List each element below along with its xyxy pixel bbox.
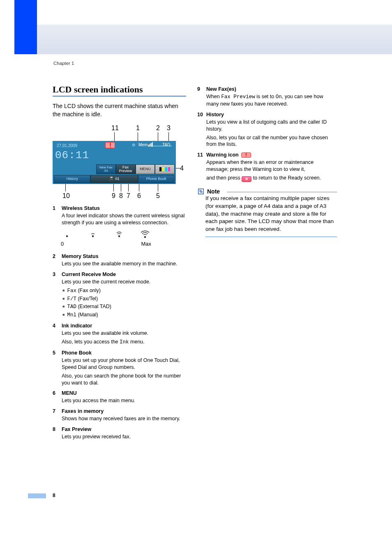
def-menu: 6 MENU Lets you access the main menu. [53,390,186,404]
def-body: Lets you preview received fax. [62,433,186,440]
svg-rect-1 [92,235,94,237]
def-body: Lets you set up your phone book of One T… [62,357,186,387]
def-title: Wireless Status [62,205,186,211]
def-wireless-status: 1 Wireless Status A four level indicator… [53,205,186,226]
wifi-strength-scale [61,230,151,239]
intro-text: The LCD shows the current machine status… [53,102,186,118]
footer-accent-bar [28,493,46,498]
list-item: TAD (External TAD) [62,303,186,311]
callout-11: 11 [111,124,119,132]
callout-9: 9 [112,192,115,200]
def-body: Appears when there is an error or mainte… [206,159,337,182]
lcd-fax-mem-button: 📠 01 [90,175,138,183]
tick [139,184,139,191]
svg-rect-2 [118,235,120,237]
def-title: Memory Status [62,253,186,259]
tick [121,184,121,191]
def-num: 6 [53,390,55,396]
callout-10: 10 [62,192,70,200]
def-body: Lets you see the available ink volume. A… [62,330,186,346]
menu-label: MENU [140,167,151,171]
note-box: Note If you receive a fax containing mul… [197,188,337,237]
wifi-scale-labels: 0 Max [61,241,151,247]
history-label: History [67,177,78,181]
wifi-level-2-icon [113,230,125,239]
page-number: 8 [53,493,55,498]
left-column: LCD screen indications The LCD shows the… [53,84,186,444]
lcd-date: 27.01.2009 [57,143,77,148]
wifi-icon: ⊜ [132,143,135,147]
note-bottom-rule [205,237,337,237]
tick [176,168,180,168]
def-body: Shows how many received faxes are in the… [62,415,186,422]
def-faxes-in-memory: 7 Faxes in memory Shows how many receive… [53,408,186,422]
lcd-menu-button: MENU [136,164,155,174]
def-num: 4 [53,323,55,329]
warning-icon [241,152,251,158]
lcd-button-row-2: History 📠 01 Phone Book [54,175,175,183]
def-fax-preview: 8 Fax Preview Lets you preview received … [53,426,186,440]
callout-5: 5 [156,192,160,200]
close-icon: ✕ [242,176,251,182]
def-warning-icon: 11 Warning icon Appears when there is an… [197,152,337,182]
def-num: 1 [53,205,55,211]
def-num: 5 [53,350,55,356]
def-num: 2 [53,253,55,259]
phone-book-label: Phone Book [146,177,166,181]
def-num: 3 [53,272,55,277]
side-accent-bar [14,0,37,54]
lcd-illustration: 11 1 2 3 4 10 9 8 7 6 5 27.01.2009 06:11 [53,126,186,200]
def-title: Warning icon [206,152,337,158]
note-header: Note [197,188,337,195]
lcd-time: 06:11 [55,149,89,161]
lcd-panel: 27.01.2009 06:11 ⊜ Mem. TAD New Fax:01 F… [53,141,176,184]
def-memory-status: 2 Memory Status Lets you see the availab… [53,253,186,267]
wifi-level-0-icon [61,230,73,239]
lcd-fax-preview-button: Fax Preview [116,164,136,174]
def-ink-indicator: 4 Ink indicator Lets you see the availab… [53,323,186,346]
svg-rect-0 [66,235,68,237]
def-title: Current Receive Mode [62,272,186,277]
title-rule [53,96,186,97]
def-num: 7 [53,408,55,414]
def-num: 11 [197,152,203,158]
callout-7: 7 [127,192,130,200]
tick [128,184,129,191]
tick [158,184,158,191]
def-body: A four level indicator shows the current… [62,212,186,226]
def-num: 8 [53,426,55,432]
list-item: Fax (Fax only) [62,287,186,295]
warning-icon [105,142,115,148]
def-body: When Fax Preview is set to On, you can s… [206,93,337,108]
note-icon [197,188,205,195]
chapter-label: Chapter 1 [53,61,74,66]
lcd-history-button: History [54,175,90,183]
lcd-new-fax-button: New Fax:01 [96,164,116,174]
def-num: 10 [197,112,203,117]
def-body: Lets you access the main menu. [62,397,186,404]
section-title: LCD screen indications [53,84,186,95]
wifi-level-1-icon [87,230,99,239]
callout-1: 1 [136,124,140,132]
callout-3: 3 [167,124,171,132]
def-body: Lets you see the available memory in the… [62,260,186,267]
def-body: Lets you see the current receive mode. F… [62,279,186,319]
def-phone-book: 5 Phone Book Lets you set up your phone … [53,350,186,387]
wifi-level-3-icon [139,230,151,239]
def-title: Phone Book [62,350,186,356]
def-receive-mode: 3 Current Receive Mode Lets you see the … [53,272,186,319]
callout-8: 8 [119,192,123,200]
def-title: Faxes in memory [62,408,186,414]
def-title: History [206,112,337,117]
note-body: If you receive a fax containing multiple… [205,195,337,233]
def-body: Lets you view a list of outgoing calls a… [206,119,337,148]
def-title: Ink indicator [62,323,186,329]
svg-rect-3 [144,236,146,238]
callout-6: 6 [137,192,141,200]
fax-icon: 📠 [109,177,113,181]
def-num: 9 [197,86,200,92]
lcd-phone-book-button: Phone Book [138,175,175,183]
fax-preview-label: Fax Preview [116,166,135,173]
def-title: New Fax(es) [206,86,337,92]
tick [113,184,114,191]
